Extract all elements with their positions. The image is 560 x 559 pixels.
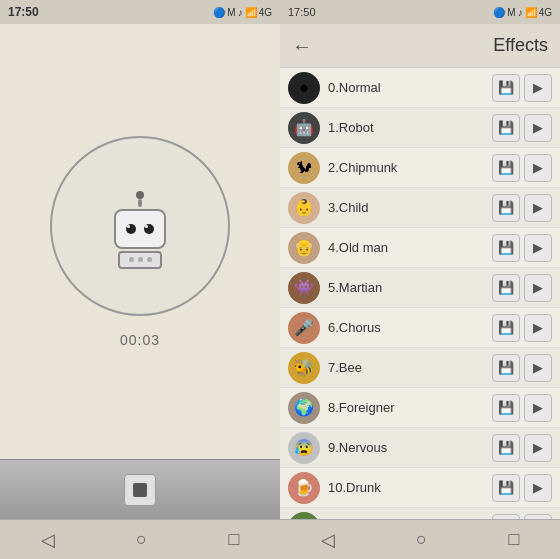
play-effect-button[interactable]: ▶ — [524, 314, 552, 342]
effect-item: 👾5.Martian💾▶ — [280, 268, 560, 308]
effect-action-buttons: 💾▶ — [492, 274, 552, 302]
left-status-bar: 17:50 🔵 M ♪ 📶 4G — [0, 0, 280, 24]
play-icon: ▶ — [533, 400, 543, 415]
effect-icon: 🌲 — [288, 512, 320, 520]
play-effect-button[interactable]: ▶ — [524, 354, 552, 382]
save-icon: 💾 — [498, 200, 514, 215]
effect-icon: 😰 — [288, 432, 320, 464]
save-effect-button[interactable]: 💾 — [492, 114, 520, 142]
robot-illustration — [105, 191, 175, 261]
save-icon: 💾 — [498, 320, 514, 335]
recording-circle — [50, 136, 230, 316]
effect-icon: 🎤 — [288, 312, 320, 344]
back-nav-button[interactable]: ◁ — [321, 529, 335, 551]
play-effect-button[interactable]: ▶ — [524, 114, 552, 142]
effect-action-buttons: 💾▶ — [492, 194, 552, 222]
play-effect-button[interactable]: ▶ — [524, 74, 552, 102]
effect-item: 🍺10.Drunk💾▶ — [280, 468, 560, 508]
robot-left-eye — [126, 224, 136, 234]
effect-name: 0.Normal — [328, 80, 492, 95]
effect-item: 🌍8.Foreigner💾▶ — [280, 388, 560, 428]
play-icon: ▶ — [533, 240, 543, 255]
save-effect-button[interactable]: 💾 — [492, 74, 520, 102]
effect-item: 😰9.Nervous💾▶ — [280, 428, 560, 468]
save-effect-button[interactable]: 💾 — [492, 474, 520, 502]
robot-body-dot — [129, 257, 134, 262]
effect-name: 2.Chipmunk — [328, 160, 492, 175]
effect-action-buttons: 💾▶ — [492, 354, 552, 382]
effect-icon: ● — [288, 72, 320, 104]
effect-action-buttons: 💾▶ — [492, 234, 552, 262]
play-effect-button[interactable]: ▶ — [524, 394, 552, 422]
effect-action-buttons: 💾▶ — [492, 394, 552, 422]
save-icon: 💾 — [498, 240, 514, 255]
save-icon: 💾 — [498, 480, 514, 495]
effect-item: 🐿2.Chipmunk💾▶ — [280, 148, 560, 188]
save-icon: 💾 — [498, 160, 514, 175]
effect-icon: 👾 — [288, 272, 320, 304]
back-button[interactable]: ← — [292, 36, 312, 56]
effects-header: ← Effects — [280, 24, 560, 68]
play-effect-button[interactable]: ▶ — [524, 474, 552, 502]
play-icon: ▶ — [533, 480, 543, 495]
save-icon: 💾 — [498, 440, 514, 455]
effect-name: 5.Martian — [328, 280, 492, 295]
effects-title: Effects — [320, 35, 548, 56]
home-nav-button[interactable]: ○ — [136, 529, 147, 550]
left-nav-bar: ◁ ○ □ — [0, 519, 280, 559]
timer-display: 00:03 — [120, 332, 160, 348]
volume-icon: ♪ — [238, 7, 243, 18]
left-time: 17:50 — [8, 5, 39, 19]
save-effect-button[interactable]: 💾 — [492, 394, 520, 422]
save-icon: 💾 — [498, 280, 514, 295]
robot-right-eye — [144, 224, 154, 234]
play-effect-button[interactable]: ▶ — [524, 274, 552, 302]
effect-action-buttons: 💾▶ — [492, 114, 552, 142]
effect-action-buttons: 💾▶ — [492, 474, 552, 502]
play-icon: ▶ — [533, 160, 543, 175]
play-effect-button[interactable]: ▶ — [524, 234, 552, 262]
bluetooth-icon: 🔵 — [213, 7, 225, 18]
effect-name: 3.Child — [328, 200, 492, 215]
save-icon: 💾 — [498, 80, 514, 95]
save-effect-button[interactable]: 💾 — [492, 354, 520, 382]
play-icon: ▶ — [533, 320, 543, 335]
network-icon: 4G — [259, 7, 272, 18]
play-effect-button[interactable]: ▶ — [524, 194, 552, 222]
save-effect-button[interactable]: 💾 — [492, 314, 520, 342]
left-bottom-bar — [0, 459, 280, 519]
menu-nav-button[interactable]: □ — [228, 529, 239, 550]
effect-icon: 🤖 — [288, 112, 320, 144]
play-icon: ▶ — [533, 120, 543, 135]
effect-item: 🌲11.Valley💾▶ — [280, 508, 560, 519]
wifi-icon: 📶 — [525, 7, 537, 18]
play-icon: ▶ — [533, 200, 543, 215]
left-panel: 17:50 🔵 M ♪ 📶 4G — [0, 0, 280, 559]
stop-button[interactable] — [124, 474, 156, 506]
play-icon: ▶ — [533, 440, 543, 455]
save-effect-button[interactable]: 💾 — [492, 234, 520, 262]
effect-action-buttons: 💾▶ — [492, 74, 552, 102]
left-status-icons: 🔵 M ♪ 📶 4G — [213, 7, 272, 18]
robot-head — [114, 209, 166, 249]
robot-antenna — [138, 199, 142, 207]
signal-icon: M — [507, 7, 515, 18]
play-effect-button[interactable]: ▶ — [524, 154, 552, 182]
effect-item: 🐝7.Bee💾▶ — [280, 348, 560, 388]
effect-icon: 🌍 — [288, 392, 320, 424]
save-effect-button[interactable]: 💾 — [492, 194, 520, 222]
effect-action-buttons: 💾▶ — [492, 434, 552, 462]
effect-name: 1.Robot — [328, 120, 492, 135]
play-effect-button[interactable]: ▶ — [524, 434, 552, 462]
effect-name: 9.Nervous — [328, 440, 492, 455]
back-nav-button[interactable]: ◁ — [41, 529, 55, 551]
robot-body-dot — [138, 257, 143, 262]
effect-item: ●0.Normal💾▶ — [280, 68, 560, 108]
save-effect-button[interactable]: 💾 — [492, 274, 520, 302]
save-effect-button[interactable]: 💾 — [492, 434, 520, 462]
bluetooth-icon: 🔵 — [493, 7, 505, 18]
save-effect-button[interactable]: 💾 — [492, 154, 520, 182]
effect-action-buttons: 💾▶ — [492, 314, 552, 342]
menu-nav-button[interactable]: □ — [508, 529, 519, 550]
home-nav-button[interactable]: ○ — [416, 529, 427, 550]
